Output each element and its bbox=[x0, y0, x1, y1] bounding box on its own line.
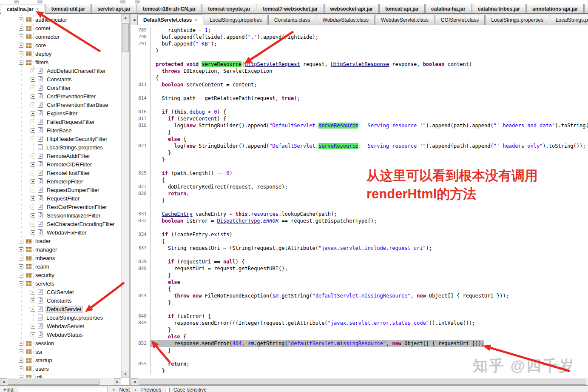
expander-plus-icon[interactable]: + bbox=[31, 307, 35, 312]
expander-plus-icon[interactable]: + bbox=[19, 256, 23, 260]
tree-item[interactable]: +realm bbox=[0, 262, 121, 271]
code-text[interactable] bbox=[151, 306, 156, 313]
code-tab[interactable]: DefaultServlet.class× bbox=[137, 14, 203, 25]
code-text[interactable]: } bbox=[151, 197, 165, 204]
tree-item[interactable]: −filters bbox=[0, 58, 121, 66]
code-text[interactable]: { bbox=[151, 238, 165, 245]
find-previous-button[interactable]: Previous bbox=[141, 387, 161, 392]
code-text[interactable] bbox=[151, 163, 156, 170]
code-text[interactable]: { bbox=[151, 74, 159, 81]
tree-item[interactable]: +JCorsFilter bbox=[0, 83, 121, 92]
code-text[interactable]: CacheEntry cacheEntry = this.resources.l… bbox=[151, 211, 337, 217]
tree-item[interactable]: +JWebdavStatus bbox=[0, 330, 121, 339]
jar-tab[interactable]: catalina-tribes.jar bbox=[472, 4, 526, 13]
tree-item[interactable]: +core bbox=[0, 41, 121, 49]
code-text[interactable]: } bbox=[151, 47, 159, 54]
code-text[interactable]: if (requestUri == null) { bbox=[151, 258, 245, 265]
code-text[interactable] bbox=[151, 88, 156, 95]
tree-item[interactable]: +JCGIServlet bbox=[0, 288, 121, 296]
expander-plus-icon[interactable]: + bbox=[31, 128, 35, 133]
code-text[interactable] bbox=[151, 252, 156, 258]
tree-item[interactable]: +JHttpHeaderSecurityFilter bbox=[0, 134, 121, 143]
jar-tab[interactable]: tomcat7-websocket.jar bbox=[257, 4, 324, 13]
tab-scroll-left-icon[interactable]: ◄ bbox=[131, 15, 137, 25]
tree-item[interactable]: +comet bbox=[0, 24, 121, 32]
tree-item[interactable]: +security bbox=[0, 271, 121, 279]
code-text[interactable]: } bbox=[151, 326, 171, 333]
tree-horizontal-scrollbar[interactable]: ◄ ► bbox=[0, 378, 121, 385]
expander-plus-icon[interactable]: + bbox=[31, 94, 35, 99]
jar-tab[interactable]: catalina bbox=[584, 4, 588, 13]
code-text[interactable]: boolean isError = DispatcherType.ERROR =… bbox=[151, 217, 377, 224]
tree-item[interactable]: −servlets bbox=[0, 279, 121, 288]
tree-item[interactable]: −util bbox=[0, 373, 121, 378]
code-text[interactable]: doDirectoryRedirect(request, response); bbox=[151, 183, 288, 190]
expander-plus-icon[interactable]: + bbox=[19, 43, 23, 48]
expander-minus-icon[interactable]: − bbox=[19, 281, 23, 286]
jar-tab[interactable]: annotations-api.jar bbox=[526, 4, 584, 13]
expander-plus-icon[interactable]: + bbox=[31, 154, 35, 158]
expander-plus-icon[interactable]: + bbox=[31, 77, 35, 82]
tree-item[interactable]: +JRemoteIpFilter bbox=[0, 177, 121, 186]
jar-tab[interactable]: tomcat-i18n-zh-CN.jar bbox=[137, 4, 202, 13]
expander-plus-icon[interactable]: + bbox=[31, 332, 35, 337]
jar-tab[interactable]: catalina.jar× bbox=[1, 5, 45, 14]
tree-item[interactable]: +ssi bbox=[0, 347, 121, 356]
tree-item[interactable]: +JSetCharacterEncodingFilter bbox=[0, 220, 121, 228]
code-tab[interactable]: WebdavServlet.class bbox=[375, 15, 435, 25]
code-text[interactable]: String path = getRelativePath(request, t… bbox=[151, 95, 300, 102]
tree-item[interactable]: +JAddDefaultCharsetFilter bbox=[0, 66, 121, 75]
find-input[interactable] bbox=[19, 387, 108, 392]
tree-item[interactable]: +JConstants bbox=[0, 75, 121, 83]
expander-plus-icon[interactable]: + bbox=[31, 230, 35, 235]
tree-item[interactable]: +JCsrfPreventionFilter bbox=[0, 92, 121, 100]
tree-item[interactable]: +JSessionInitializerFilter bbox=[0, 211, 121, 220]
expander-plus-icon[interactable]: + bbox=[19, 366, 23, 371]
expander-plus-icon[interactable]: + bbox=[19, 264, 23, 269]
tree-vertical-scrollbar[interactable]: ▲ ▼ bbox=[121, 14, 129, 378]
code-text[interactable]: log(new StringBuilder().append("DefaultS… bbox=[151, 122, 588, 129]
tree-item[interactable]: +JRequestDumperFilter bbox=[0, 186, 121, 194]
code-text[interactable]: protected void serveResource(HttpServlet… bbox=[151, 61, 472, 68]
code-text[interactable]: if (serveContent) { bbox=[151, 115, 226, 122]
code-text[interactable] bbox=[151, 54, 156, 61]
code-text[interactable]: throws IOException, ServletException bbox=[151, 68, 273, 74]
scroll-left-icon[interactable]: ◄ bbox=[131, 378, 138, 385]
code-text[interactable]: else bbox=[151, 279, 180, 286]
code-tab[interactable]: CGIServlet.class bbox=[435, 15, 485, 25]
close-icon[interactable]: × bbox=[194, 17, 197, 23]
tree-item[interactable]: +manager bbox=[0, 245, 121, 254]
expander-plus-icon[interactable]: + bbox=[31, 86, 35, 90]
code-text[interactable]: String requestUri = (String)request.getA… bbox=[151, 245, 432, 252]
code-text[interactable]: log(new StringBuilder().append("DefaultS… bbox=[151, 143, 586, 149]
code-text[interactable]: } bbox=[151, 272, 171, 279]
code-text[interactable]: requestUri = request.getRequestURI(); bbox=[151, 265, 288, 272]
tree-item[interactable]: +JFilterBase bbox=[0, 126, 121, 134]
code-text[interactable]: } bbox=[151, 156, 165, 163]
code-text[interactable]: { bbox=[151, 177, 165, 183]
code-text[interactable]: else { bbox=[151, 333, 186, 340]
expander-plus-icon[interactable]: + bbox=[19, 26, 23, 31]
tree-item[interactable]: +JRestCsrfPreventionFilter bbox=[0, 203, 121, 211]
code-tab[interactable]: WebdavStatus.class bbox=[317, 15, 375, 25]
code-text[interactable]: } bbox=[151, 149, 171, 156]
code-text[interactable]: if (this.debug > 0) { bbox=[151, 109, 226, 115]
expander-plus-icon[interactable]: + bbox=[31, 290, 35, 295]
tree-item[interactable]: LocalStrings.properties bbox=[0, 143, 121, 152]
expander-plus-icon[interactable]: + bbox=[31, 137, 35, 141]
code-text[interactable]: throw new FileNotFoundException(sm.getSt… bbox=[151, 292, 509, 299]
scroll-right-icon[interactable]: ► bbox=[114, 378, 121, 385]
code-text[interactable]: return; bbox=[151, 361, 190, 367]
code-text[interactable]: rightside = 1; bbox=[151, 27, 211, 34]
expander-plus-icon[interactable]: + bbox=[31, 324, 35, 329]
jar-tab[interactable]: servlet-api.jar bbox=[91, 4, 136, 13]
tree-item[interactable]: +JDefaultServlet bbox=[0, 305, 121, 313]
code-text[interactable] bbox=[151, 102, 156, 109]
expander-plus-icon[interactable]: + bbox=[31, 298, 35, 303]
jar-tab[interactable]: websocket-api.jar bbox=[324, 4, 379, 13]
expander-plus-icon[interactable]: + bbox=[19, 349, 23, 354]
code-tab[interactable]: LocalStrings.properties bbox=[550, 15, 588, 25]
code-text[interactable]: if (path.length() == 0) bbox=[151, 170, 233, 177]
case-sensitive-checkbox[interactable] bbox=[165, 388, 170, 392]
expander-plus-icon[interactable]: + bbox=[19, 273, 23, 278]
